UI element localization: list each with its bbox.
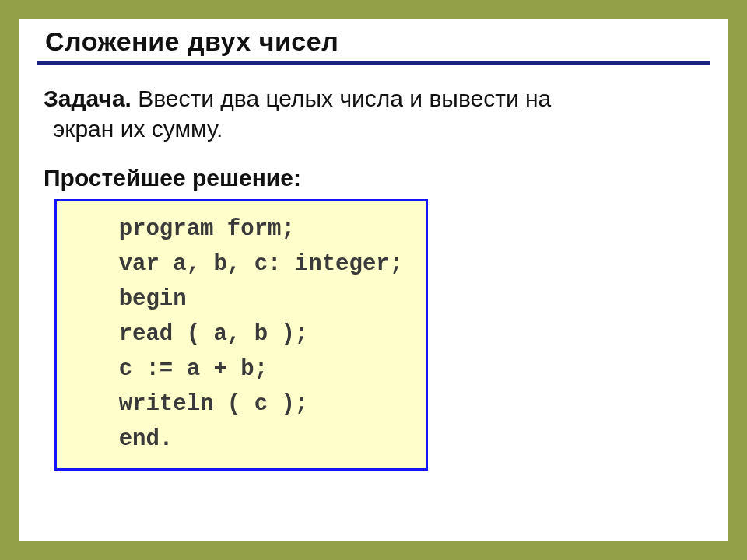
slide-body: Задача. Ввести два целых числа и вывести… [37, 65, 710, 471]
code-listing: program form; var a, b, c: integer; begi… [65, 212, 418, 457]
solution-label: Простейшее решение: [44, 163, 703, 193]
task-text-2: экран их сумму. [44, 114, 703, 144]
task-label: Задача. [44, 86, 132, 111]
task-line: Задача. Ввести два целых числа и вывести… [44, 83, 703, 114]
slide-title: Сложение двух чисел [37, 26, 710, 65]
slide-frame: Сложение двух чисел Задача. Ввести два ц… [0, 0, 747, 560]
code-box: program form; var a, b, c: integer; begi… [54, 199, 428, 471]
title-area: Сложение двух чисел [37, 26, 710, 65]
task-text-1: Ввести два целых числа и вывести на [132, 86, 551, 111]
